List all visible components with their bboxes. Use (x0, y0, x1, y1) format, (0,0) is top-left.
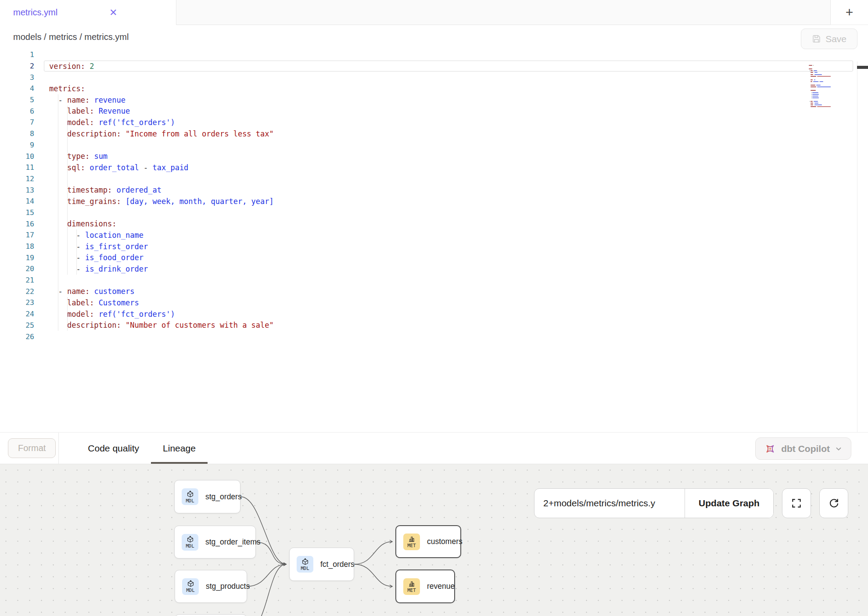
line-number: 11 (0, 163, 34, 172)
node-badge-label: MDL (187, 588, 195, 593)
line-number: 22 (0, 287, 34, 296)
scrollbar-thumb[interactable] (857, 66, 868, 69)
lineage-canvas[interactable]: MDLstg_ordersMDLstg_order_itemsMDLstg_pr… (0, 464, 868, 616)
lineage-node-stg_orders[interactable]: MDLstg_orders (174, 480, 240, 513)
bar-chart-icon (408, 580, 416, 587)
lineage-node-stg_hidden[interactable]: MDL (175, 614, 247, 616)
current-line-highlight (44, 61, 853, 72)
save-label: Save (825, 34, 846, 44)
code-line-23[interactable]: 23 label: Customers (0, 297, 868, 308)
code-line-22[interactable]: 22 - name: customers (0, 286, 868, 297)
code-line-24[interactable]: 24 model: ref('fct_orders') (0, 308, 868, 320)
code-line-2[interactable]: 2version: 2 (0, 61, 868, 72)
tab-metrics-yml[interactable]: metrics.yml ✕ (0, 0, 176, 25)
cube-icon (187, 580, 194, 587)
code-line-26[interactable]: 26 (0, 331, 868, 342)
node-badge-label: MET (408, 543, 416, 548)
code-text: label: Customers (34, 298, 139, 307)
format-button[interactable]: Format (8, 438, 56, 458)
code-text: - is_first_order (34, 242, 148, 251)
panel-tabs: Code quality Lineage (76, 433, 208, 464)
tab-lineage-label: Lineage (163, 443, 196, 454)
lineage-node-customers[interactable]: METcustomers (395, 525, 461, 558)
save-icon (812, 34, 821, 43)
tab-bar: metrics.yml ✕ + (0, 0, 868, 25)
line-number: 6 (0, 107, 34, 115)
scrollbar-track (857, 61, 857, 432)
code-line-16[interactable]: 16 dimensions: (0, 218, 868, 229)
line-number: 12 (0, 175, 34, 183)
code-line-7[interactable]: 7 model: ref('fct_orders') (0, 117, 868, 128)
line-number: 2 (0, 62, 34, 70)
code-line-12[interactable]: 12 (0, 173, 868, 185)
code-text: sql: order_total - tax_paid (34, 163, 188, 172)
breadcrumb-row: models / metrics / metrics.yml Save (0, 25, 868, 49)
code-text: dimensions: (34, 219, 117, 228)
code-line-19[interactable]: 19 - is_food_order (0, 252, 868, 263)
code-editor[interactable]: 12version: 234metrics:5 - name: revenue6… (0, 49, 868, 432)
code-line-11[interactable]: 11 sql: order_total - tax_paid (0, 162, 868, 173)
save-button[interactable]: Save (801, 29, 857, 49)
code-line-25[interactable]: 25 description: "Number of customers wit… (0, 320, 868, 331)
indent-guide (67, 106, 68, 275)
code-line-6[interactable]: 6 label: Revenue (0, 105, 868, 117)
bar-chart-icon (408, 535, 416, 543)
tab-code-quality-label: Code quality (88, 443, 139, 454)
tab-code-quality[interactable]: Code quality (76, 433, 151, 464)
node-label: revenue (427, 582, 455, 591)
code-text: - is_food_order (34, 253, 143, 262)
line-number: 25 (0, 321, 34, 329)
tab-lineage[interactable]: Lineage (151, 433, 208, 464)
code-line-4[interactable]: 4metrics: (0, 83, 868, 94)
code-text: - name: customers (34, 287, 135, 296)
dbt-copilot-button[interactable]: dbt Copilot (755, 437, 851, 460)
lineage-node-stg_products[interactable]: MDLstg_products (175, 570, 247, 603)
line-number: 18 (0, 242, 34, 251)
code-line-3[interactable]: 3 (0, 72, 868, 83)
node-badge: MDL (297, 556, 313, 573)
close-icon[interactable]: ✕ (109, 8, 117, 18)
line-number: 8 (0, 129, 34, 138)
code-line-1[interactable]: 1 (0, 49, 868, 61)
code-text: timestamp: ordered_at (34, 186, 161, 194)
refresh-icon (828, 498, 840, 509)
tab-strip-empty (176, 0, 830, 25)
refresh-button[interactable] (819, 488, 848, 518)
code-line-5[interactable]: 5 - name: revenue (0, 94, 868, 106)
code-text: label: Revenue (34, 107, 130, 115)
lineage-node-revenue[interactable]: METrevenue (395, 569, 455, 603)
code-line-17[interactable]: 17 - location_name (0, 229, 868, 241)
indent-guide (67, 297, 68, 331)
lineage-node-stg_order_items[interactable]: MDLstg_order_items (174, 526, 256, 559)
new-tab-area: + (830, 0, 868, 25)
code-text: type: sum (34, 152, 108, 161)
lineage-filter-input[interactable] (534, 489, 685, 518)
code-line-20[interactable]: 20 - is_drink_order (0, 263, 868, 275)
code-text: model: ref('fct_orders') (34, 118, 175, 127)
code-line-9[interactable]: 9 (0, 140, 868, 151)
node-label: stg_products (206, 582, 250, 591)
minimap[interactable] (809, 63, 831, 109)
code-text: - name: revenue (34, 96, 126, 104)
node-label: stg_order_items (205, 537, 260, 547)
code-line-21[interactable]: 21 (0, 275, 868, 286)
new-tab-icon[interactable]: + (846, 6, 854, 19)
code-text: time_grains: [day, week, month, quarter,… (34, 197, 274, 206)
breadcrumb: models / metrics / metrics.yml (13, 32, 129, 42)
code-line-10[interactable]: 10 type: sum (0, 150, 868, 162)
code-line-8[interactable]: 8 description: "Income from all orders l… (0, 128, 868, 140)
code-line-15[interactable]: 15 (0, 207, 868, 218)
fullscreen-button[interactable] (782, 488, 811, 518)
code-line-13[interactable]: 13 timestamp: ordered_at (0, 184, 868, 196)
graph-controls: Update Graph (534, 488, 848, 518)
line-number: 13 (0, 186, 34, 194)
tab-title: metrics.yml (13, 7, 57, 18)
update-graph-button[interactable]: Update Graph (685, 489, 773, 518)
code-line-18[interactable]: 18 - is_first_order (0, 241, 868, 252)
code-lines[interactable]: 12version: 234metrics:5 - name: revenue6… (0, 49, 868, 342)
lineage-node-fct_orders[interactable]: MDLfct_orders (289, 548, 354, 581)
cube-icon (301, 558, 309, 566)
line-number: 23 (0, 298, 34, 307)
code-line-14[interactable]: 14 time_grains: [day, week, month, quart… (0, 196, 868, 207)
line-number: 1 (0, 50, 34, 59)
